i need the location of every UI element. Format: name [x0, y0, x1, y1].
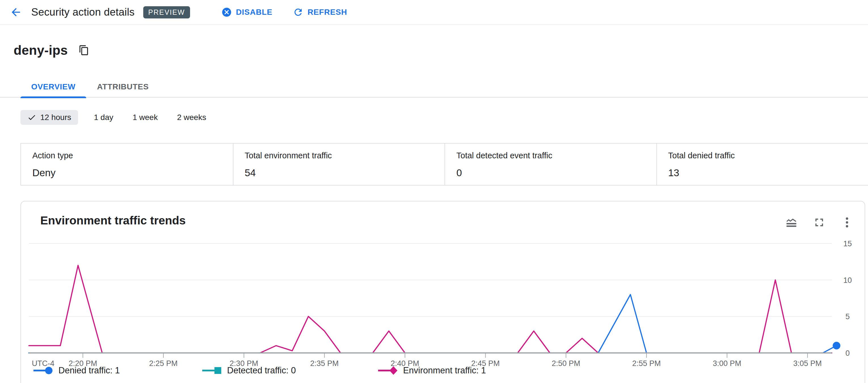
x-tick-label: 3:00 PM: [713, 359, 742, 368]
stat-value: 13: [668, 167, 868, 178]
copy-name-button[interactable]: [78, 44, 90, 56]
series-line-denied-traffic: [29, 294, 837, 353]
refresh-button-label: REFRESH: [308, 8, 347, 17]
y-tick-label: 0: [845, 349, 849, 357]
check-icon: [27, 113, 36, 122]
page-title: Security action details: [31, 6, 135, 18]
time-range-chip-12-hours[interactable]: 12 hours: [21, 110, 78, 125]
tab-bar: OVERVIEWATTRIBUTES: [21, 76, 159, 97]
time-range-chip-label: 2 weeks: [177, 113, 206, 122]
time-range-chip-2-weeks[interactable]: 2 weeks: [174, 110, 210, 125]
x-tick-label: 2:55 PM: [632, 359, 661, 368]
legend-marker-circle: [33, 366, 54, 375]
content-copy-icon: [79, 45, 89, 56]
time-range-chip-1-day[interactable]: 1 day: [91, 110, 117, 125]
cancel-circle-icon: [221, 7, 232, 18]
app-bar: Security action details PREVIEW DISABLE …: [0, 0, 868, 25]
x-tick-label: 2:50 PM: [552, 359, 580, 368]
tab-attributes[interactable]: ATTRIBUTES: [86, 76, 159, 97]
tab-label: ATTRIBUTES: [97, 82, 149, 91]
refresh-icon: [293, 7, 304, 18]
time-range-chip-1-week[interactable]: 1 week: [129, 110, 161, 125]
tab-overview[interactable]: OVERVIEW: [21, 76, 86, 97]
stat-label: Action type: [32, 151, 233, 160]
legend-marker-diamond: [377, 366, 399, 375]
y-tick-label: 5: [845, 312, 849, 321]
stat-value: 0: [457, 167, 656, 178]
legend-item-denied-traffic[interactable]: Denied traffic: 1: [33, 365, 120, 376]
time-range-chips: 12 hours1 day1 week2 weeks: [21, 110, 210, 125]
stat-label: Total detected event traffic: [457, 151, 656, 160]
x-tick-label: 3:05 PM: [794, 359, 822, 368]
back-button[interactable]: [8, 5, 23, 20]
preview-badge: PREVIEW: [143, 6, 190, 19]
legend-marker-square: [202, 366, 223, 375]
stat-total-detected-event-traffic: Total detected event traffic0: [444, 144, 656, 185]
legend-item-detected-traffic[interactable]: Detected traffic: 0: [202, 365, 296, 376]
tab-label: OVERVIEW: [31, 82, 75, 91]
legend-item-environment-traffic[interactable]: Environment traffic: 1: [377, 365, 486, 376]
stats-strip: Action typeDenyTotal environment traffic…: [21, 143, 868, 185]
stat-label: Total denied traffic: [668, 151, 868, 160]
legend-label: Detected traffic: 0: [227, 365, 296, 376]
stat-total-environment-traffic: Total environment traffic54: [233, 144, 445, 185]
disable-button-label: DISABLE: [236, 8, 273, 17]
action-heading: deny-ips: [13, 42, 90, 58]
stat-value: 54: [245, 167, 445, 178]
refresh-button[interactable]: REFRESH: [289, 4, 351, 21]
latest-point-dot: [833, 342, 840, 350]
stat-value: Deny: [32, 167, 233, 178]
traffic-chart-svg: 2:20 PM2:25 PM2:30 PM2:35 PM2:40 PM2:45 …: [21, 201, 865, 383]
action-name: deny-ips: [13, 42, 68, 58]
legend-label: Denied traffic: 1: [58, 365, 120, 376]
chart-card: Environment traffic trends 2:20 PM2:25 P…: [21, 201, 865, 383]
chart-legend: Denied traffic: 1Detected traffic: 0Envi…: [33, 365, 486, 376]
y-tick-label: 15: [843, 239, 852, 248]
legend-label: Environment traffic: 1: [403, 365, 486, 376]
time-range-chip-label: 12 hours: [40, 113, 71, 122]
y-tick-label: 10: [843, 276, 852, 285]
disable-button[interactable]: DISABLE: [217, 4, 277, 21]
time-range-chip-label: 1 day: [94, 113, 114, 122]
stat-label: Total environment traffic: [245, 151, 445, 160]
stat-total-denied-traffic: Total denied traffic13: [656, 144, 868, 185]
stat-action-type: Action typeDeny: [21, 144, 233, 185]
time-range-chip-label: 1 week: [132, 113, 158, 122]
active-tab-indicator: [21, 96, 86, 98]
series-line-environment-traffic: [29, 265, 832, 353]
arrow-back-icon: [10, 6, 22, 19]
